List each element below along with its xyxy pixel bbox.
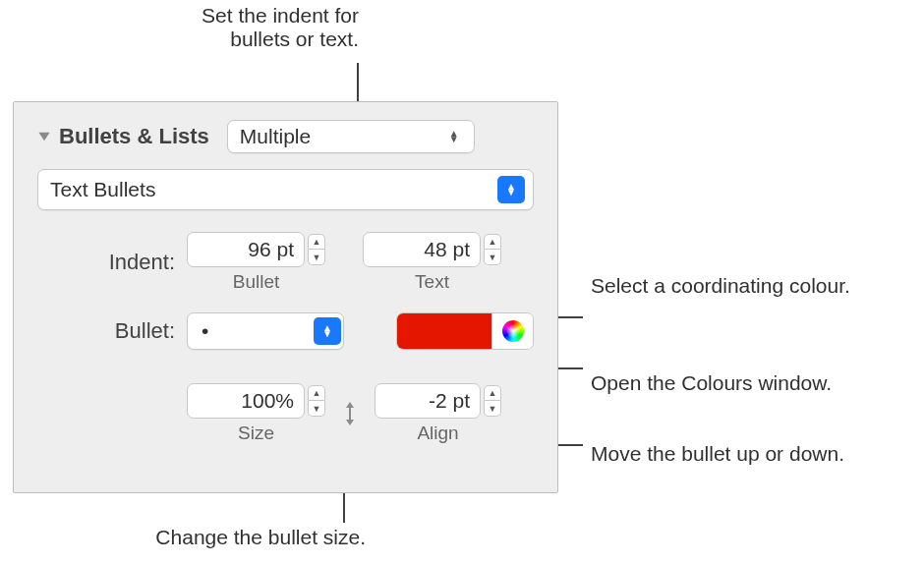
callout-move-bullet: Move the bullet up or down. (591, 442, 886, 466)
chevron-up-down-icon: ▲▼ (442, 125, 466, 148)
bullet-align-value[interactable]: -2 pt (375, 383, 481, 419)
size-sublabel: Size (238, 423, 274, 444)
chevron-down-icon[interactable]: ▼ (308, 250, 325, 265)
chevron-down-icon[interactable]: ▼ (308, 401, 325, 417)
bullet-type-value: Text Bullets (50, 178, 155, 201)
chevron-down-icon[interactable]: ▼ (484, 401, 501, 417)
text-indent-sublabel: Text (415, 271, 449, 293)
disclosure-triangle-icon[interactable] (37, 130, 51, 143)
callout-open-colours: Open the Colours window. (591, 371, 886, 395)
bullet-size-value[interactable]: 100% (187, 383, 305, 419)
chevron-up-down-icon: ▲▼ (314, 317, 341, 345)
stepper-buttons[interactable]: ▲ ▼ (308, 234, 325, 265)
stepper-buttons[interactable]: ▲ ▼ (484, 234, 501, 265)
chevron-up-icon[interactable]: ▲ (308, 385, 325, 401)
bullet-colour-well (396, 312, 534, 350)
chevron-up-icon[interactable]: ▲ (484, 385, 501, 401)
callout-indent: Set the indent for bullets or text. (143, 4, 359, 51)
bullet-align-stepper[interactable]: -2 pt ▲ ▼ (375, 383, 501, 419)
chevron-up-icon[interactable]: ▲ (308, 234, 325, 250)
bullet-label: Bullet: (37, 318, 175, 344)
list-style-popup[interactable]: Multiple ▲▼ (227, 120, 475, 153)
list-style-value: Multiple (240, 125, 311, 148)
section-title: Bullets & Lists (59, 124, 209, 149)
bullets-lists-panel: Bullets & Lists Multiple ▲▼ Text Bullets… (13, 101, 558, 493)
bullet-char-popup[interactable]: • ▲▼ (187, 312, 344, 350)
bullet-char-value: • (202, 319, 208, 343)
chevron-up-down-icon: ▲▼ (497, 176, 525, 203)
colour-wheel-icon (502, 320, 524, 342)
bullet-indent-stepper[interactable]: 96 pt ▲ ▼ (187, 232, 325, 267)
colour-swatch[interactable] (397, 313, 491, 349)
stepper-buttons[interactable]: ▲ ▼ (484, 385, 501, 417)
bullet-indent-sublabel: Bullet (233, 271, 280, 293)
align-sublabel: Align (417, 423, 458, 444)
callout-select-colour: Select a coordinating colour. (591, 274, 886, 298)
chevron-down-icon[interactable]: ▼ (484, 250, 501, 265)
bullet-type-popup[interactable]: Text Bullets ▲▼ (37, 169, 534, 210)
bullet-indent-value[interactable]: 96 pt (187, 232, 305, 267)
text-indent-stepper[interactable]: 48 pt ▲ ▼ (363, 232, 501, 267)
stepper-buttons[interactable]: ▲ ▼ (308, 385, 325, 417)
text-indent-value[interactable]: 48 pt (363, 232, 481, 267)
callout-bullet-size: Change the bullet size. (41, 526, 366, 549)
colour-wheel-button[interactable] (491, 313, 533, 349)
chevron-up-icon[interactable]: ▲ (484, 234, 501, 250)
indent-label: Indent: (37, 250, 175, 275)
bullet-size-stepper[interactable]: 100% ▲ ▼ (187, 383, 325, 419)
vertical-align-icon (337, 400, 363, 427)
